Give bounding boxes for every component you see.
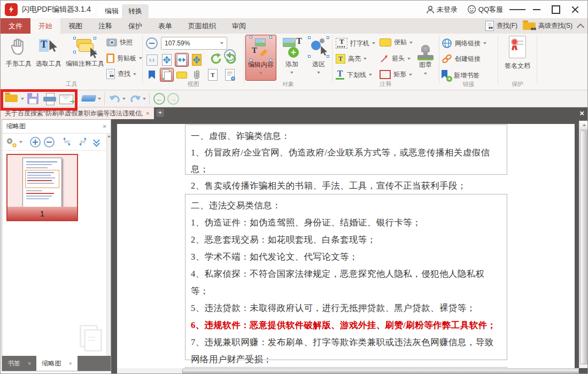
group-object: T 编辑内容 T + 添加 — [244, 34, 332, 90]
scanner-caret-icon[interactable] — [98, 98, 101, 100]
horizontal-scrollbar-thumb[interactable] — [182, 369, 579, 374]
snapshot-button[interactable]: 快照 — [106, 38, 133, 47]
redo-button[interactable] — [129, 94, 142, 106]
undo-caret-icon[interactable] — [122, 98, 126, 100]
zoom-level-combo[interactable]: 107.59% — [161, 37, 227, 50]
rotate-left-button[interactable] — [209, 52, 223, 66]
actual-size-button[interactable]: 1:1 — [145, 53, 159, 67]
maximize-button[interactable] — [548, 3, 564, 17]
hamburger-menu-button[interactable] — [509, 3, 525, 17]
open-file-caret-icon[interactable] — [21, 98, 24, 100]
select-tool-button[interactable]: T 选取工具 — [34, 36, 64, 68]
typewriter-button[interactable]: T 打字机 — [336, 38, 375, 49]
doc-line: 2、售卖或传播诈骗相关的书籍、手法、工具，宣传不正当获利手段； — [191, 177, 501, 194]
close-document-button[interactable]: × — [579, 108, 584, 118]
redo-caret-icon[interactable] — [143, 98, 146, 100]
document-tab[interactable]: 关于百度搜索“防刷单虚假兼职诈骗等违法违规信息” × — [1, 107, 154, 119]
minimize-button[interactable] — [529, 3, 545, 17]
find-tool-button[interactable]: 查找 — [106, 69, 136, 79]
document-tab-bar: 关于百度搜索“防刷单虚假兼职诈骗等违法违规信息” × + × — [1, 107, 588, 119]
underline-button[interactable]: T 下划线 — [336, 70, 372, 80]
web-link-button[interactable]: 网络链接 — [442, 38, 486, 49]
email-button[interactable]: ➜ — [59, 95, 73, 104]
menu-comment[interactable]: 注释 — [90, 18, 120, 34]
horizontal-scrollbar[interactable] — [117, 368, 579, 374]
rectangle-icon — [380, 70, 391, 79]
next-view-button[interactable]: → — [167, 93, 179, 105]
thumbnail-zoom-in-button[interactable] — [30, 137, 41, 147]
fit-page-button[interactable] — [160, 53, 174, 67]
sign-document-button[interactable]: 签名文档 — [502, 36, 532, 71]
group-link-label: 链接 — [439, 80, 498, 88]
menu-view[interactable]: 视图 — [60, 18, 90, 34]
menu-review[interactable]: 审阅 — [224, 18, 254, 34]
document-page[interactable]: 一、虚假、诈骗类信息： 1、仿冒政府/企业官网、伪造政府/企业联系方式等，或恶意… — [117, 124, 575, 368]
collapse-ribbon-icon[interactable] — [577, 23, 584, 30]
titlebar-tab-edit-label: 编辑 — [105, 6, 119, 16]
panel-scrollbar[interactable] — [106, 134, 111, 356]
advanced-find-button[interactable]: 高级查找(S) — [523, 21, 572, 30]
scrollbar-up-button[interactable] — [579, 121, 588, 130]
find-button[interactable]: 查找(F) — [485, 21, 517, 31]
gear-icon[interactable] — [5, 137, 16, 147]
previous-view-button[interactable]: ← — [153, 93, 165, 105]
edit-annotation-tool-button[interactable]: 编辑注释工具 — [64, 36, 106, 68]
rectangle-button[interactable]: 矩形 — [380, 70, 412, 79]
scanner-button[interactable] — [82, 94, 96, 100]
zoom-out-button[interactable] — [146, 37, 158, 49]
open-file-button[interactable] — [5, 95, 18, 102]
panel-close-icon[interactable]: × — [103, 123, 106, 130]
fit-width-button[interactable] — [175, 53, 189, 67]
arrow-button[interactable]: 箭头 — [380, 54, 411, 63]
add-bookmark-button[interactable]: + 新增书签 — [442, 70, 479, 81]
menu-file[interactable]: 文件 — [1, 18, 30, 34]
thumbnail-item-selected[interactable]: 1 — [6, 154, 78, 221]
menu-home[interactable]: 开始 — [30, 18, 60, 34]
create-link-button[interactable]: 创建链接 — [442, 54, 481, 64]
app-title: 闪电PDF编辑器3.1.4 — [22, 5, 91, 14]
login-button[interactable]: 未登录 — [423, 3, 461, 17]
clipboard-button[interactable]: 剪贴板 — [106, 53, 142, 63]
menu-page-organize[interactable]: 页面组织 — [180, 18, 224, 34]
qq-support-button[interactable]: QQ客服 — [464, 3, 506, 17]
vertical-scrollbar-thumb[interactable] — [580, 130, 588, 364]
gear-caret-icon[interactable] — [19, 141, 22, 143]
tab-thumbnails-close-icon[interactable]: × — [68, 360, 72, 367]
selection-button[interactable]: 选区 — [306, 35, 331, 74]
tab-thumbnails[interactable]: 缩略图 × — [36, 356, 77, 371]
add-object-button[interactable]: T + 添加 — [278, 35, 305, 74]
find-area: 查找(F) 高级查找(S) — [485, 18, 583, 34]
thumbnail-zoom-out-button[interactable] — [44, 137, 55, 147]
find-tool-label: 查找 — [118, 69, 130, 79]
redo-icon — [129, 94, 142, 104]
menu-form[interactable]: 表单 — [150, 18, 180, 34]
email-caret-icon[interactable] — [75, 98, 78, 100]
undo-button[interactable] — [109, 94, 121, 106]
titlebar-tab-edit[interactable]: 编辑 — [98, 4, 125, 18]
app-logo-icon — [5, 3, 18, 16]
pages-watermark-icon — [80, 325, 103, 352]
edit-content-button[interactable]: T 编辑内容 — [245, 35, 276, 81]
tab-bookmarks-close-icon[interactable]: × — [28, 360, 31, 367]
chevron-double-down-icon[interactable] — [94, 139, 99, 144]
save-button[interactable] — [27, 93, 38, 104]
rotate-left-90-button[interactable]: 90° — [61, 137, 74, 147]
print-button[interactable] — [43, 93, 56, 104]
stamp-button[interactable]: 图章 — [414, 36, 437, 75]
new-tab-button[interactable]: + — [156, 109, 164, 117]
vertical-scrollbar[interactable] — [579, 121, 588, 368]
rotate-right-90-button[interactable]: 90° — [77, 137, 90, 147]
tab-bookmarks[interactable]: 书签 × — [2, 356, 36, 371]
rotate-right-button[interactable] — [224, 52, 238, 66]
menu-protect[interactable]: 保护 — [120, 18, 150, 34]
highlight-button[interactable]: T 高亮 — [336, 54, 367, 64]
fit-visible-button[interactable] — [190, 53, 204, 67]
titlebar-tab-convert[interactable]: 转换 — [122, 4, 149, 18]
hand-tool-button[interactable]: 手形工具 — [4, 36, 34, 68]
close-button[interactable] — [567, 3, 583, 17]
underline-caret-icon — [369, 74, 372, 76]
find-label: 查找(F) — [497, 21, 517, 30]
document-tab-close-icon[interactable]: × — [143, 110, 152, 116]
sticky-note-button[interactable]: 便贴 — [380, 38, 413, 47]
menu-comment-label: 注释 — [98, 21, 112, 31]
